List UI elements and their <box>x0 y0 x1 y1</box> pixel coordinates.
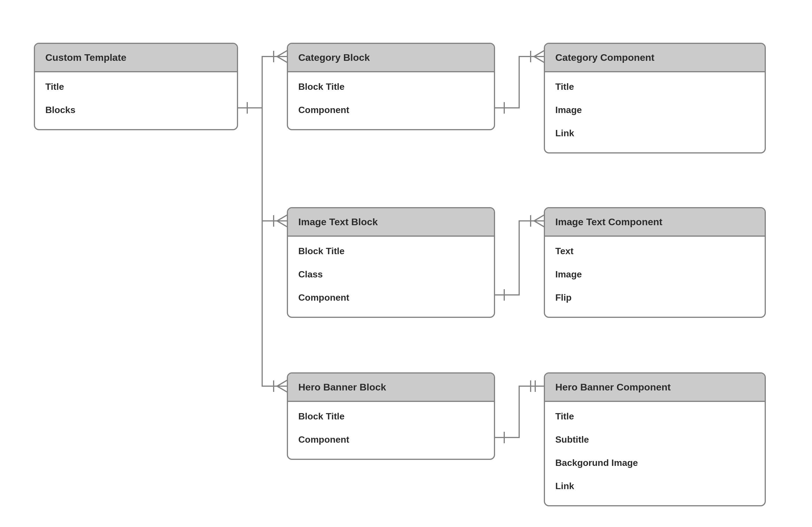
entity-attrs: Text Image Flip <box>545 237 765 317</box>
entity-attr: Block Title <box>298 240 483 263</box>
entity-attr: Text <box>555 240 754 263</box>
entity-attr: Class <box>298 263 483 286</box>
entity-image-text-component: Image Text Component Text Image Flip <box>544 207 766 318</box>
entity-attrs: Block Title Class Component <box>288 237 494 317</box>
entity-title: Hero Banner Block <box>288 373 494 402</box>
entity-attr: Title <box>555 405 754 428</box>
entity-attrs: Title Blocks <box>35 72 237 129</box>
entity-attrs: Block Title Component <box>288 402 494 459</box>
entity-attr: Component <box>298 98 483 122</box>
entity-attr: Block Title <box>298 405 483 428</box>
entity-attr: Flip <box>555 286 754 309</box>
entity-title: Custom Template <box>35 44 237 72</box>
entity-attr: Link <box>555 122 754 145</box>
entity-category-block: Category Block Block Title Component <box>287 43 495 130</box>
entity-attr: Backgorund Image <box>555 451 754 474</box>
entity-attr: Title <box>45 75 227 98</box>
entity-image-text-block: Image Text Block Block Title Class Compo… <box>287 207 495 318</box>
entity-hero-banner-block: Hero Banner Block Block Title Component <box>287 372 495 460</box>
entity-attrs: Title Subtitle Backgorund Image Link <box>545 402 765 505</box>
entity-attr: Block Title <box>298 75 483 98</box>
entity-attr: Link <box>555 474 754 498</box>
entity-title: Hero Banner Component <box>545 373 765 402</box>
entity-attr: Subtitle <box>555 428 754 451</box>
entity-attr: Component <box>298 286 483 309</box>
entity-title: Category Component <box>545 44 765 72</box>
entity-hero-banner-component: Hero Banner Component Title Subtitle Bac… <box>544 372 766 506</box>
entity-attr: Blocks <box>45 98 227 122</box>
entity-attr: Image <box>555 98 754 122</box>
entity-attr: Image <box>555 263 754 286</box>
entity-title: Image Text Block <box>288 208 494 237</box>
entity-title: Image Text Component <box>545 208 765 237</box>
entity-attrs: Block Title Component <box>288 72 494 129</box>
diagram-canvas: Custom Template Title Blocks Category Bl… <box>0 0 812 527</box>
entity-attrs: Title Image Link <box>545 72 765 152</box>
entity-category-component: Category Component Title Image Link <box>544 43 766 154</box>
entity-attr: Component <box>298 428 483 451</box>
entity-title: Category Block <box>288 44 494 72</box>
entity-custom-template: Custom Template Title Blocks <box>34 43 238 130</box>
entity-attr: Title <box>555 75 754 98</box>
